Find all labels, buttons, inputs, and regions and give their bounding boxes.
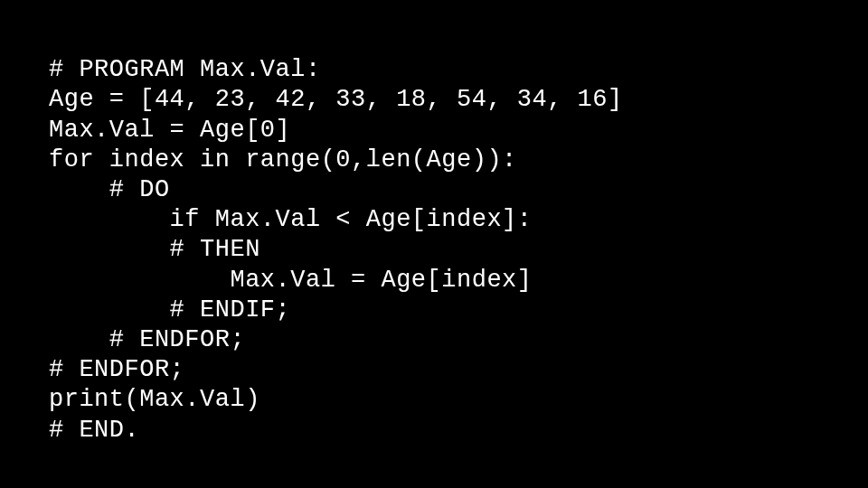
code-line: print(Max.Val) [49, 386, 260, 413]
code-line: # ENDFOR; [49, 356, 184, 383]
code-line: for index in range(0,len(Age)): [49, 146, 517, 174]
code-line: # DO [49, 176, 170, 203]
code-line: Max.Val = Age[index] [49, 267, 532, 294]
code-line: # ENDFOR; [49, 326, 245, 353]
code-line: # END. [49, 417, 139, 444]
code-line: Age = [44, 23, 42, 33, 18, 54, 34, 16] [49, 86, 623, 113]
code-line: if Max.Val < Age[index]: [49, 206, 532, 233]
code-slide: # PROGRAM Max.Val: Age = [44, 23, 42, 33… [0, 0, 868, 446]
code-line: # PROGRAM Max.Val: [49, 56, 321, 83]
code-line: # ENDIF; [49, 296, 290, 324]
code-line: # THEN [49, 236, 260, 263]
code-line: Max.Val = Age[0] [49, 117, 290, 144]
